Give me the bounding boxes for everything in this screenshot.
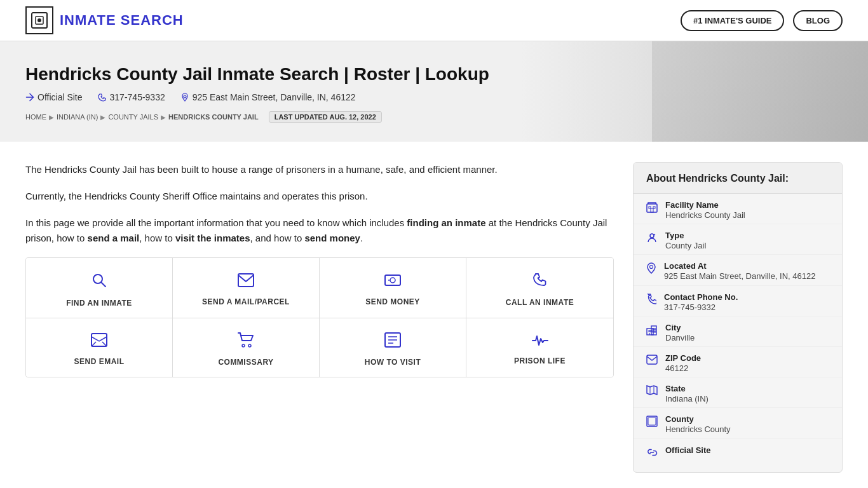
- facility-name-value: Hendricks County Jail: [665, 210, 745, 221]
- main-layout: The Hendricks County Jail has been built…: [0, 142, 868, 488]
- mail2-icon: [646, 355, 658, 367]
- address-info: 925 East Main Street, Danville, IN, 4612…: [180, 92, 356, 102]
- breadcrumb-state[interactable]: INDIANA (IN): [57, 113, 98, 121]
- blog-button[interactable]: BLOG: [793, 10, 843, 31]
- svg-rect-38: [648, 417, 656, 425]
- logo[interactable]: INMATE SEARCH: [25, 6, 184, 34]
- action-prison-life[interactable]: PRISON LIFE: [466, 318, 613, 377]
- official-site-link[interactable]: Official Site: [25, 92, 83, 102]
- city-value: Danville: [665, 332, 695, 344]
- para3-bold4: send money: [304, 233, 360, 243]
- breadcrumb: HOME ▶ INDIANA (IN) ▶ COUNTY JAILS ▶ HEN…: [25, 111, 843, 123]
- city-icon: [646, 324, 658, 338]
- action-send-money[interactable]: SEND MONEY: [320, 258, 466, 318]
- building-icon: [646, 201, 658, 215]
- header: INMATE SEARCH #1 INMATE'S GUIDE BLOG: [0, 0, 868, 41]
- svg-point-24: [650, 266, 653, 269]
- info-row-county: County Hendricks County: [634, 408, 842, 438]
- svg-point-14: [248, 344, 251, 347]
- hero-background: [652, 41, 868, 142]
- mail-icon: [238, 273, 254, 291]
- para3-before: In this page we provide all the importan…: [25, 217, 407, 228]
- svg-point-23: [650, 234, 654, 238]
- prison-life-label: PRISON LIFE: [514, 356, 566, 365]
- paragraph-3: In this page we provide all the importan…: [25, 215, 614, 246]
- para3-bold2: send a mail: [88, 233, 140, 243]
- info-row-type: Type County Jail: [634, 224, 842, 255]
- breadcrumb-county-jails[interactable]: COUNTY JAILS: [108, 113, 158, 121]
- main-content: The Hendricks County Jail has been built…: [25, 162, 614, 473]
- pulse-icon: [532, 334, 548, 350]
- send-money-label: SEND MONEY: [365, 297, 420, 306]
- paragraph-2: Currently, the Hendricks County Sheriff …: [25, 189, 614, 204]
- info-row-zip: ZIP Code 46122: [634, 347, 842, 377]
- info-row-state: State Indiana (IN): [634, 377, 842, 408]
- list-icon: [384, 332, 401, 351]
- email-icon: [91, 333, 107, 351]
- page-title: Hendricks County Jail Inmate Search | Ro…: [25, 64, 843, 85]
- about-card: About Hendricks County Jail: Facility Na…: [633, 162, 843, 473]
- para3-bold1: finding an inmate: [407, 217, 485, 228]
- call-inmate-label: CALL AN INMATE: [506, 298, 574, 307]
- breadcrumb-home[interactable]: HOME: [25, 113, 46, 121]
- state-label: State: [665, 384, 709, 393]
- zip-value: 46122: [665, 363, 701, 374]
- action-find-inmate[interactable]: FIND AN INMATE: [26, 258, 173, 318]
- info-row-official-site: Official Site: [634, 439, 842, 463]
- county-icon: [646, 416, 658, 430]
- phone-call-icon: [532, 273, 548, 292]
- info-row-located-at: Located At 925 East Main Street, Danvill…: [634, 255, 842, 285]
- logo-icon: [25, 6, 53, 34]
- located-at-label: Located At: [664, 261, 815, 271]
- svg-rect-26: [649, 330, 650, 332]
- type-value: County Jail: [665, 240, 706, 252]
- commissary-label: COMMISSARY: [218, 358, 273, 367]
- svg-point-8: [390, 278, 395, 283]
- state-value: Indiana (IN): [665, 393, 709, 405]
- how-to-visit-label: HOW TO VISIT: [365, 358, 421, 367]
- zip-label: ZIP Code: [665, 353, 701, 363]
- para3-end: .: [360, 233, 363, 243]
- phone-label: Contact Phone No.: [664, 292, 738, 302]
- header-nav: #1 INMATE'S GUIDE BLOG: [681, 10, 843, 31]
- about-card-title: About Hendricks County Jail:: [634, 163, 842, 194]
- type-label: Type: [665, 231, 706, 240]
- svg-rect-6: [238, 274, 254, 287]
- county-label: County: [665, 414, 731, 424]
- inmates-guide-button[interactable]: #1 INMATE'S GUIDE: [681, 10, 784, 31]
- svg-line-5: [102, 283, 106, 287]
- para3-bold3: visit the inmates: [175, 233, 250, 243]
- svg-rect-28: [649, 333, 650, 335]
- para3-mid2: , how to: [139, 233, 175, 243]
- phone-icon: [646, 294, 656, 308]
- phone-value: 317-745-9332: [664, 302, 738, 313]
- county-value: Hendricks County: [665, 424, 731, 435]
- city-label: City: [665, 323, 695, 332]
- svg-rect-31: [654, 329, 656, 330]
- pin-icon: [646, 262, 656, 276]
- svg-rect-34: [647, 355, 657, 364]
- svg-line-11: [92, 342, 96, 346]
- facility-name-label: Facility Name: [665, 200, 745, 210]
- info-row-city: City Danville: [634, 316, 842, 347]
- action-how-to-visit[interactable]: HOW TO VISIT: [320, 318, 466, 377]
- type-icon: [646, 232, 658, 246]
- action-send-mail[interactable]: SEND A MAIL/PARCEL: [173, 258, 320, 318]
- action-send-email[interactable]: SEND EMAIL: [26, 318, 173, 377]
- info-row-phone: Contact Phone No. 317-745-9332: [634, 286, 842, 316]
- svg-point-13: [242, 344, 245, 347]
- phone-link[interactable]: 317-745-9332: [98, 92, 165, 102]
- action-call-inmate[interactable]: CALL AN INMATE: [466, 258, 613, 318]
- sidebar: About Hendricks County Jail: Facility Na…: [633, 162, 843, 473]
- logo-text: INMATE SEARCH: [60, 12, 184, 29]
- search-icon: [91, 272, 107, 292]
- located-at-value: 925 East Main Street, Danville, IN, 4612…: [664, 271, 815, 282]
- breadcrumb-current: HENDRICKS COUNTY JAIL: [168, 113, 259, 121]
- action-commissary[interactable]: COMMISSARY: [173, 318, 320, 377]
- hero-banner: Hendricks County Jail Inmate Search | Ro…: [0, 41, 868, 142]
- svg-rect-33: [654, 331, 656, 332]
- map-icon: [646, 385, 658, 398]
- para3-mid3: , and how to: [250, 233, 305, 243]
- find-inmate-label: FIND AN INMATE: [66, 299, 132, 308]
- link-icon: [646, 447, 658, 461]
